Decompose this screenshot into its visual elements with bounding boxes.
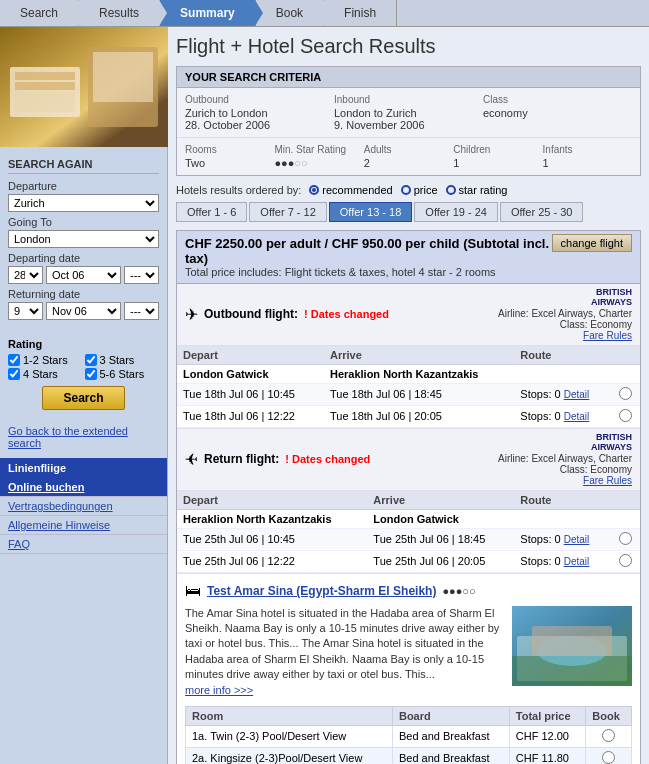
return-dates-changed: ! Dates changed [285, 453, 370, 465]
room-row-1-price: CHF 12.00 [509, 725, 586, 747]
star-rating-col: Min. Star Rating ●●●○○ [274, 144, 363, 169]
return-dash-select[interactable]: --- [124, 302, 159, 320]
nav-book[interactable]: Book [256, 0, 324, 26]
more-info-link[interactable]: more info >>> [185, 684, 253, 696]
return-r1-detail[interactable]: Detail [564, 534, 590, 545]
return-flight-table: Depart Arrive Route Heraklion North Kaza… [177, 491, 640, 573]
return-r1-radio[interactable] [619, 532, 632, 545]
return-r2-stops: Stops: 0 Detail [514, 550, 610, 572]
sidebar-nav-vertragsbedingungen[interactable]: Vertragsbedingungen [0, 497, 167, 516]
rating-4-checkbox[interactable] [8, 368, 20, 380]
main-content: Flight + Hotel Search Results YOUR SEARC… [168, 27, 649, 764]
sort-star-label: star rating [459, 184, 508, 196]
svg-rect-6 [93, 52, 153, 102]
nav-finish[interactable]: Finish [324, 0, 397, 26]
nav-search[interactable]: Search [0, 0, 79, 26]
offer-tab-13-18[interactable]: Offer 13 - 18 [329, 202, 413, 222]
hotel-bed-icon: 🛏 [185, 582, 201, 600]
offer-tab-7-12[interactable]: Offer 7 - 12 [249, 202, 326, 222]
rating-1-2-checkbox[interactable] [8, 354, 20, 366]
outbound-flight-table: Depart Arrive Route London Gatwick Herak… [177, 346, 640, 428]
outbound-col: Outbound Zurich to London 28. October 20… [185, 94, 334, 131]
offer-tabs: Offer 1 - 6 Offer 7 - 12 Offer 13 - 18 O… [176, 202, 641, 222]
sidebar-nav-faq[interactable]: FAQ [0, 535, 167, 554]
return-r2-radio[interactable] [619, 554, 632, 567]
class-label: Class [483, 94, 632, 105]
rating-5-6-checkbox[interactable] [85, 368, 97, 380]
rooms-label: Rooms [185, 144, 274, 155]
return-flight-row-1: Tue 25th Jul 06 | 10:45 Tue 25th Jul 06 … [177, 528, 640, 550]
offer-tab-19-24[interactable]: Offer 19 - 24 [414, 202, 498, 222]
sidebar-nav-online-buchen[interactable]: Online buchen [0, 478, 167, 497]
offer-tab-25-30[interactable]: Offer 25 - 30 [500, 202, 584, 222]
return-day-select[interactable]: 9 [8, 302, 43, 320]
sort-recommended[interactable]: recommended [309, 184, 392, 196]
nav-results[interactable]: Results [79, 0, 160, 26]
return-r2-detail[interactable]: Detail [564, 556, 590, 567]
outbound-route-header: Route [514, 346, 610, 365]
sort-price-radio[interactable] [401, 185, 411, 195]
search-button[interactable]: Search [42, 386, 124, 410]
outbound-r1-detail[interactable]: Detail [564, 389, 590, 400]
rating-3-label: 3 Stars [100, 354, 135, 366]
hotel-section: 🛏 Test Amar Sina (Egypt-Sharm El Sheikh)… [177, 574, 640, 764]
outbound-r2-radio[interactable] [619, 409, 632, 422]
search-again-title: SEARCH AGAIN [8, 155, 159, 174]
outbound-r1-radio[interactable] [619, 387, 632, 400]
depart-month-select[interactable]: Oct 06 [46, 266, 121, 284]
depart-day-select[interactable]: 28 [8, 266, 43, 284]
change-flight-button[interactable]: change flight [552, 234, 632, 252]
outbound-route-select [610, 364, 640, 383]
depart-dash-select[interactable]: --- [124, 266, 159, 284]
hotel-header-row: 🛏 Test Amar Sina (Egypt-Sharm El Sheikh)… [185, 582, 632, 600]
room-row-1-radio[interactable] [602, 729, 615, 742]
nav-summary[interactable]: Summary [160, 0, 256, 26]
hotel-name[interactable]: Test Amar Sina (Egypt-Sharm El Sheikh) [207, 584, 436, 598]
outbound-title: Outbound flight: [204, 307, 298, 321]
outbound-route-info [514, 364, 610, 383]
outbound-r2-depart: Tue 18th Jul 06 | 12:22 [177, 405, 324, 427]
outbound-r2-detail[interactable]: Detail [564, 411, 590, 422]
rating-3-checkbox[interactable] [85, 354, 97, 366]
return-route-row: Heraklion North Kazantzakis London Gatwi… [177, 509, 640, 528]
return-airline-info: BRITISH AIRWAYS Airline: Excel Airways, … [498, 433, 632, 486]
offer-tab-1-6[interactable]: Offer 1 - 6 [176, 202, 247, 222]
rooms-col: Rooms Two [185, 144, 274, 169]
sort-price[interactable]: price [401, 184, 438, 196]
return-title: Return flight: [204, 452, 279, 466]
return-fare-rules[interactable]: Fare Rules [583, 475, 632, 486]
return-flight-row-2: Tue 25th Jul 06 | 12:22 Tue 25th Jul 06 … [177, 550, 640, 572]
sidebar-image [0, 27, 168, 147]
going-to-select[interactable]: London [8, 230, 159, 248]
outbound-arrive-place: Heraklion North Kazantzakis [324, 364, 514, 383]
sort-star-radio[interactable] [446, 185, 456, 195]
outbound-r2-stops: Stops: 0 Detail [514, 405, 610, 427]
return-month-select[interactable]: Nov 06 [46, 302, 121, 320]
room-row-2-radio-cell [586, 747, 632, 764]
sort-recommended-radio[interactable] [309, 185, 319, 195]
sort-label: Hotels results ordered by: [176, 184, 301, 196]
sort-star-rating[interactable]: star rating [446, 184, 508, 196]
criteria-header: YOUR SEARCH CRITERIA [177, 67, 640, 88]
outbound-r1-stops: Stops: 0 Detail [514, 383, 610, 405]
return-r1-arrive: Tue 25th Jul 06 | 18:45 [367, 528, 514, 550]
inbound-route: London to Zurich [334, 107, 483, 119]
return-r2-radio-cell [610, 550, 640, 572]
hotel-description-row: The Amar Sina hotel is situated in the H… [185, 606, 632, 698]
inbound-dates: 9. November 2006 [334, 119, 483, 131]
departure-select[interactable]: Zurich [8, 194, 159, 212]
outbound-plane-icon: ✈ [185, 305, 198, 324]
outbound-fare-rules[interactable]: Fare Rules [583, 330, 632, 341]
extended-search-link[interactable]: Go back to the extended search [0, 422, 167, 452]
outbound-airline-name: Airline: Excel Airways, Charter [498, 308, 632, 319]
return-route-select [610, 509, 640, 528]
room-row-2-radio[interactable] [602, 751, 615, 764]
return-r1-depart: Tue 25th Jul 06 | 10:45 [177, 528, 367, 550]
sidebar-nav-allgemeine-hinweise[interactable]: Allgemeine Hinweise [0, 516, 167, 535]
outbound-flight-row-1: Tue 18th Jul 06 | 10:45 Tue 18th Jul 06 … [177, 383, 640, 405]
outbound-r1-radio-cell [610, 383, 640, 405]
book-col-header: Book [586, 706, 632, 725]
outbound-r1-arrive: Tue 18th Jul 06 | 18:45 [324, 383, 514, 405]
outbound-title-row: ✈ Outbound flight: ! Dates changed [185, 305, 389, 324]
departing-date-label: Departing date [8, 252, 159, 264]
